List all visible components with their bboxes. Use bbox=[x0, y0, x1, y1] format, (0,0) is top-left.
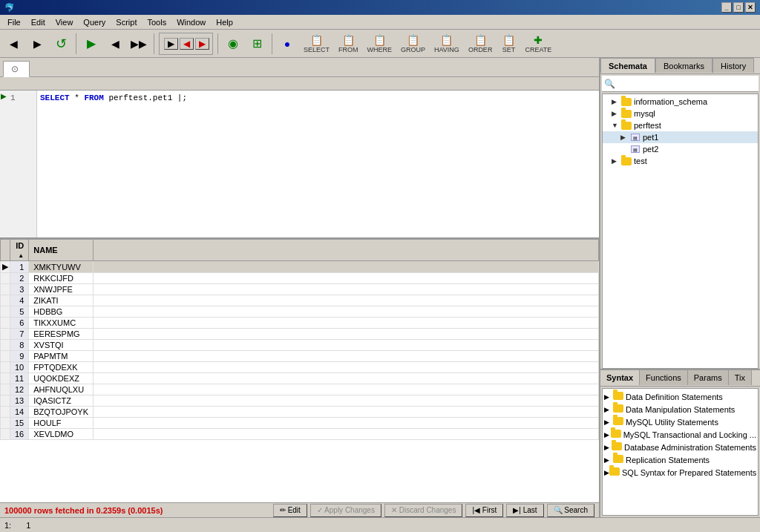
menu-help[interactable]: Help bbox=[212, 16, 238, 28]
table-row[interactable]: 11UQOKDEXZ bbox=[1, 373, 599, 384]
first-btn[interactable]: |◀ First bbox=[465, 504, 503, 517]
order-btn[interactable]: 📋 ORDER bbox=[465, 32, 496, 56]
results-area[interactable]: ID NAME ▶1XMKTYUWV2RKKCIJFD3XNWJPFE4ZIKA… bbox=[0, 239, 599, 502]
maximize-btn[interactable]: □ bbox=[733, 2, 744, 13]
menu-view[interactable]: View bbox=[51, 16, 78, 28]
compare-btn[interactable]: ⊞ bbox=[246, 32, 267, 56]
menu-file[interactable]: File bbox=[3, 16, 25, 28]
menu-tools[interactable]: Tools bbox=[142, 16, 171, 28]
col-header-indicator[interactable] bbox=[1, 240, 10, 261]
syntax-item-data-definition[interactable]: ▶ Data Definition Statements bbox=[604, 390, 756, 403]
cell-name: IQASICTZ bbox=[29, 395, 94, 407]
select-run-btn[interactable]: ● bbox=[277, 32, 298, 56]
tree-item-information-schema[interactable]: ▶ information_schema bbox=[603, 96, 758, 108]
menu-query[interactable]: Query bbox=[79, 16, 110, 28]
tree-item-pet2[interactable]: ▤ pet2 bbox=[603, 143, 758, 155]
syntax-tab-tix[interactable]: Tix bbox=[729, 370, 752, 385]
results-tbody: ▶1XMKTYUWV2RKKCIJFD3XNWJPFE4ZIKATI5HDBBG… bbox=[1, 261, 599, 440]
table-row[interactable]: 14BZQTOJPOYK bbox=[1, 407, 599, 418]
having-btn[interactable]: 📋 HAVING bbox=[431, 32, 462, 56]
col-header-id[interactable]: ID bbox=[10, 240, 29, 261]
syntax-tab-params[interactable]: Params bbox=[688, 370, 729, 385]
cell-id: 13 bbox=[10, 395, 29, 407]
schema-tab-schemata[interactable]: Schemata bbox=[600, 58, 655, 73]
syntax-tab-syntax[interactable]: Syntax bbox=[600, 370, 640, 385]
forward-btn[interactable]: ▶ bbox=[27, 32, 48, 56]
query-editor[interactable]: ▶ 1 SELECT * FROM perftest.pet1 |; bbox=[0, 91, 599, 237]
tree-item-test[interactable]: ▶ test bbox=[603, 155, 758, 167]
row-indicator bbox=[1, 362, 10, 373]
cell-id: 11 bbox=[10, 373, 29, 384]
table-row[interactable]: 5HDBBG bbox=[1, 306, 599, 318]
syntax-item-transactional[interactable]: ▶ MySQL Transactional and Locking ... bbox=[604, 428, 756, 441]
where-btn[interactable]: 📋 WHERE bbox=[364, 32, 396, 56]
table-row[interactable]: 6TIKXXUMC bbox=[1, 318, 599, 329]
apply-changes-btn[interactable]: ✓ Apply Changes bbox=[310, 504, 381, 517]
table-row[interactable]: ▶1XMKTYUWV bbox=[1, 261, 599, 273]
query-text-area[interactable]: SELECT * FROM perftest.pet1 |; bbox=[37, 91, 599, 237]
tree-item-mysql[interactable]: ▶ mysql bbox=[603, 108, 758, 119]
select-btn[interactable]: 📋 SELECT bbox=[301, 32, 332, 56]
results-table: ID NAME ▶1XMKTYUWV2RKKCIJFD3XNWJPFE4ZIKA… bbox=[0, 239, 599, 440]
cell-id: 9 bbox=[10, 351, 29, 362]
table-row[interactable]: 15HOULF bbox=[1, 418, 599, 429]
tree-arrow-mysql: ▶ bbox=[612, 110, 620, 117]
syntax-tree[interactable]: ▶ Data Definition Statements ▶ Data Mani… bbox=[602, 388, 759, 516]
schema-tab-history[interactable]: History bbox=[712, 58, 754, 73]
back-btn[interactable]: ◀ bbox=[3, 32, 24, 56]
table-row[interactable]: 9PAPMTM bbox=[1, 351, 599, 362]
refresh-btn[interactable]: ↺ bbox=[50, 32, 71, 56]
schema-tab-bookmarks[interactable]: Bookmarks bbox=[655, 58, 712, 73]
tab-resultset-1[interactable]: ⊙ bbox=[3, 61, 30, 77]
syntax-item-data-manipulation[interactable]: ▶ Data Manipulation Statements bbox=[604, 403, 756, 416]
create-btn[interactable]: ✚ CREATE bbox=[522, 32, 554, 56]
search-btn[interactable]: 🔍 Search bbox=[547, 504, 594, 517]
syntax-item-prepared[interactable]: ▶ SQL Syntax for Prepared Statements bbox=[604, 466, 756, 479]
compare-icon: ⊞ bbox=[249, 36, 264, 51]
from-btn[interactable]: 📋 FROM bbox=[335, 32, 361, 56]
tree-item-perftest[interactable]: ▼ perftest bbox=[603, 119, 758, 131]
syntax-item-utility[interactable]: ▶ MySQL Utility Statements bbox=[604, 416, 756, 428]
table-row[interactable]: 12AHFNUQLXU bbox=[1, 384, 599, 395]
explain-btn[interactable]: ◉ bbox=[223, 32, 243, 56]
group-icon: 📋 bbox=[406, 34, 421, 46]
syntax-item-db-admin[interactable]: ▶ Database Administration Statements bbox=[604, 441, 756, 453]
menu-window[interactable]: Window bbox=[172, 16, 210, 28]
transaction-fwd-btn[interactable]: ▶ bbox=[195, 38, 209, 50]
row-indicator bbox=[1, 418, 10, 429]
tree-item-pet1[interactable]: ▶ ▤ pet1 bbox=[603, 131, 758, 143]
stop-btn[interactable]: ◀ bbox=[105, 32, 125, 56]
group-btn[interactable]: 📋 GROUP bbox=[398, 32, 428, 56]
col-header-name[interactable]: NAME bbox=[29, 240, 94, 261]
next-btn[interactable]: ▶▶ bbox=[128, 32, 149, 56]
table-row[interactable]: 3XNWJPFE bbox=[1, 284, 599, 295]
transaction-play-btn[interactable]: ▶ bbox=[164, 38, 178, 50]
schema-tree[interactable]: ▶ information_schema ▶ mysql ▼ perftest … bbox=[602, 93, 759, 369]
run-btn[interactable]: ▶ bbox=[81, 32, 102, 56]
set-btn[interactable]: 📋 SET bbox=[498, 32, 519, 56]
menu-edit[interactable]: Edit bbox=[27, 16, 50, 28]
transaction-back-btn[interactable]: ◀ bbox=[180, 38, 194, 50]
table-row[interactable]: 13IQASICTZ bbox=[1, 395, 599, 407]
close-btn[interactable]: ✕ bbox=[745, 2, 756, 13]
cell-name: HDBBG bbox=[29, 306, 94, 318]
table-row[interactable]: 8XVSTQI bbox=[1, 340, 599, 351]
edit-btn[interactable]: ✏ Edit bbox=[273, 504, 307, 517]
table-row[interactable]: 4ZIKATI bbox=[1, 295, 599, 306]
table-row[interactable]: 10FPTQDEXK bbox=[1, 362, 599, 373]
minimize-btn[interactable]: _ bbox=[721, 2, 732, 13]
last-btn[interactable]: ▶| Last bbox=[506, 504, 543, 517]
set-label: SET bbox=[502, 46, 516, 53]
create-icon: ✚ bbox=[531, 34, 546, 46]
discard-changes-btn[interactable]: ✕ Discard Changes bbox=[384, 504, 462, 517]
syntax-tab-functions[interactable]: Functions bbox=[640, 370, 688, 385]
col-header-extra[interactable] bbox=[94, 240, 599, 261]
cell-extra bbox=[94, 318, 599, 329]
schema-search-input[interactable] bbox=[617, 79, 756, 88]
syntax-item-replication[interactable]: ▶ Replication Statements bbox=[604, 453, 756, 466]
table-row[interactable]: 16XEVLDMO bbox=[1, 429, 599, 440]
table-row[interactable]: 7EERESPMG bbox=[1, 329, 599, 340]
menu-script[interactable]: Script bbox=[111, 16, 141, 28]
select-icon: 📋 bbox=[309, 34, 324, 46]
table-row[interactable]: 2RKKCIJFD bbox=[1, 273, 599, 284]
